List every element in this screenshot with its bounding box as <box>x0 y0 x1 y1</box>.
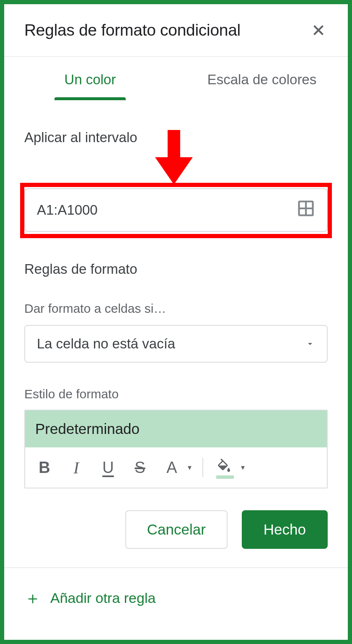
text-color-button[interactable]: A <box>158 455 185 480</box>
add-rule-button[interactable]: ＋ Añadir otra regla <box>4 568 348 628</box>
format-rules-heading: Reglas de formato <box>24 261 328 277</box>
grid-icon <box>297 199 315 218</box>
condition-label: Dar formato a celdas si… <box>24 301 328 316</box>
italic-button[interactable]: I <box>63 455 90 480</box>
select-range-button[interactable] <box>297 199 315 221</box>
style-block: Predeterminado B I U S A ▾ ▾ <box>24 410 328 488</box>
panel-title: Reglas de formato condicional <box>24 21 241 39</box>
bold-button[interactable]: B <box>31 455 58 480</box>
condition-dropdown[interactable]: La celda no está vacía <box>24 325 328 363</box>
fill-color-swatch <box>216 475 234 479</box>
range-value: A1:A1000 <box>37 202 98 218</box>
close-icon <box>311 23 326 38</box>
add-rule-label: Añadir otra regla <box>50 590 155 606</box>
condition-value: La celda no está vacía <box>37 336 175 352</box>
close-button[interactable] <box>309 21 328 39</box>
style-label: Estilo de formato <box>24 387 328 401</box>
panel-header: Reglas de formato condicional <box>4 4 348 57</box>
range-input[interactable]: A1:A1000 <box>24 188 328 232</box>
toolbar-separator <box>202 458 203 477</box>
done-button[interactable]: Hecho <box>242 510 328 549</box>
plus-icon: ＋ <box>24 587 41 610</box>
strikethrough-button[interactable]: S <box>127 455 153 480</box>
style-preset-dropdown[interactable]: Predeterminado <box>25 410 327 447</box>
cancel-button[interactable]: Cancelar <box>125 510 228 549</box>
tab-single-color[interactable]: Un color <box>4 57 176 100</box>
tab-color-scale[interactable]: Escala de colores <box>176 57 348 100</box>
paint-bucket-icon <box>215 458 232 475</box>
tabs: Un color Escala de colores <box>4 57 348 100</box>
caret-down-icon <box>305 339 315 349</box>
format-toolbar: B I U S A ▾ ▾ <box>25 447 327 488</box>
underline-button[interactable]: U <box>95 455 122 480</box>
apply-range-label: Aplicar al intervalo <box>24 130 328 145</box>
fill-color-button[interactable] <box>212 455 238 480</box>
caret-down-icon: ▾ <box>241 463 245 472</box>
action-buttons: Cancelar Hecho <box>4 488 348 567</box>
caret-down-icon: ▾ <box>188 463 192 472</box>
